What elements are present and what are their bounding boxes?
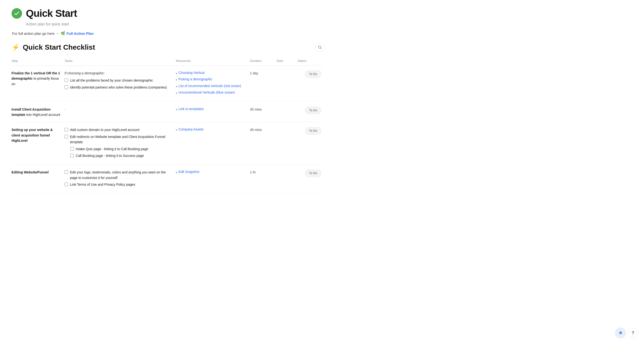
resource-link[interactable]: Choosing Vertical	[178, 71, 204, 75]
page-title: Quick Start	[26, 8, 77, 19]
resource-list: Choosing VerticalPicking a demographicLi…	[176, 71, 247, 96]
table-row: Install Client Acquisition template into…	[12, 102, 324, 122]
resource-item: Link to templates	[176, 107, 247, 112]
status-badge[interactable]: To Do	[305, 107, 321, 114]
page-header: Quick Start	[12, 8, 324, 19]
resources-cell-3: Edit Snapshot	[176, 165, 250, 194]
duration-value: 30 mins	[250, 108, 262, 111]
col-header-resources: Resources	[176, 57, 250, 66]
task-checkbox[interactable]	[64, 128, 68, 131]
col-header-step: Step	[12, 57, 64, 66]
task-item: List all the problems faced by your chos…	[64, 78, 173, 83]
task-item: Edit redirects on Website template and C…	[64, 134, 173, 145]
start-cell-1	[276, 102, 298, 122]
task-item: Call Booking page - linking it to Succes…	[70, 153, 173, 158]
task-checkbox[interactable]	[64, 135, 68, 138]
resource-link[interactable]: Picking a demographic	[178, 77, 212, 82]
task-label: Identify potential partners who solve th…	[70, 85, 167, 90]
checklist-title: Quick Start Checklist	[23, 43, 95, 51]
action-plan-link-row: For full action plan go here → 🌿 Full Ac…	[12, 31, 324, 36]
step-cell-0: Finalize the 1 vertical OR the 1 demogra…	[12, 66, 64, 102]
resources-cell-1: Link to templates	[176, 102, 250, 122]
resource-item: Company Assets	[176, 127, 247, 133]
resource-item: Choosing Vertical	[176, 71, 247, 76]
task-label: Call Booking page - linking it to Succes…	[76, 153, 144, 158]
search-button[interactable]	[316, 43, 324, 52]
task-label: Edit redirects on Website template and C…	[70, 134, 173, 145]
tasks-cell-3: Edit your logo, testimonials, colors and…	[64, 165, 176, 194]
resources-cell-2: Company Assets	[176, 122, 250, 165]
task-intro: If choosing a demographic:	[64, 71, 173, 76]
resource-list: Edit Snapshot	[176, 170, 247, 175]
lightning-icon: ⚡	[12, 44, 20, 51]
page-subtitle: Action plan for quick start	[26, 22, 324, 26]
resource-item: Edit Snapshot	[176, 170, 247, 175]
check-icon	[12, 8, 22, 19]
status-cell-1: To Do	[298, 102, 324, 122]
task-label: Edit your logo, testimonials, colors and…	[70, 170, 173, 180]
task-item: Link Terms of Use and Privacy Policy pag…	[64, 182, 173, 187]
status-badge[interactable]: To Do	[305, 71, 321, 78]
task-item: Intake Quiz page - linking it to Call Bo…	[70, 146, 173, 152]
task-checkbox[interactable]	[64, 183, 68, 186]
col-header-tasks: Tasks	[64, 57, 176, 66]
resource-link[interactable]: Company Assets	[178, 127, 204, 132]
resource-link[interactable]: Edit Snapshot	[178, 170, 199, 174]
step-cell-1: Install Client Acquisition template into…	[12, 102, 64, 122]
svg-line-1	[320, 48, 321, 49]
step-cell-2: Setting up your website & client acquisi…	[12, 122, 64, 165]
action-plan-prefix: For full action plan go here →	[12, 32, 59, 36]
task-checkbox[interactable]	[70, 154, 74, 157]
tasks-dash: -	[64, 108, 66, 111]
duration-cell-3: 1 hr	[250, 165, 277, 194]
task-label: Add custom domain to your HighLevel acco…	[70, 127, 140, 132]
action-plan-emoji: 🌿	[61, 31, 65, 36]
tasks-cell-2: Add custom domain to your HighLevel acco…	[64, 122, 176, 165]
duration-cell-1: 30 mins	[250, 102, 277, 122]
checklist-section-header: ⚡ Quick Start Checklist	[12, 43, 324, 51]
resource-link[interactable]: Unconventional Verticals (blue ocean)	[178, 90, 235, 95]
task-label: Link Terms of Use and Privacy Policy pag…	[70, 182, 135, 187]
task-label: List all the problems faced by your chos…	[70, 78, 153, 83]
task-checkbox[interactable]	[64, 79, 68, 82]
duration-value: 45 mins	[250, 128, 262, 132]
resources-cell-0: Choosing VerticalPicking a demographicLi…	[176, 66, 250, 102]
resource-item: Picking a demographic	[176, 77, 247, 83]
duration-cell-2: 45 mins	[250, 122, 277, 165]
step-title: Setting up your website & client acquisi…	[12, 128, 53, 143]
task-checkbox[interactable]	[70, 147, 74, 151]
table-row: Editing Website/FunnelEdit your logo, te…	[12, 165, 324, 194]
status-cell-0: To Do	[298, 66, 324, 102]
resource-link[interactable]: List of recommended verticals (red ocean…	[178, 84, 241, 89]
status-badge[interactable]: To Do	[305, 170, 321, 177]
resource-list: Link to templates	[176, 107, 247, 112]
start-cell-0	[276, 66, 298, 102]
table-row: Setting up your website & client acquisi…	[12, 122, 324, 165]
status-cell-3: To Do	[298, 165, 324, 194]
task-checkbox[interactable]	[64, 85, 68, 89]
task-label: Intake Quiz page - linking it to Call Bo…	[76, 146, 148, 152]
resource-item: List of recommended verticals (red ocean…	[176, 84, 247, 89]
col-header-status: Status	[298, 57, 324, 66]
table-row: Finalize the 1 vertical OR the 1 demogra…	[12, 66, 324, 102]
tasks-cell-1: -	[64, 102, 176, 122]
resource-link[interactable]: Link to templates	[178, 107, 204, 112]
resource-item: Unconventional Verticals (blue ocean)	[176, 90, 247, 96]
col-header-start: Start	[276, 57, 298, 66]
task-item: Add custom domain to your HighLevel acco…	[64, 127, 173, 132]
status-cell-2: To Do	[298, 122, 324, 165]
full-action-plan-link[interactable]: Full Action Plan	[67, 32, 94, 36]
task-item: Identify potential partners who solve th…	[64, 85, 173, 90]
checklist-table: Step Tasks Resources Duration Start Stat…	[12, 57, 324, 194]
step-title: Editing Website/Funnel	[12, 170, 49, 174]
resource-list: Company Assets	[176, 127, 247, 133]
duration-cell-0: 1 day	[250, 66, 277, 102]
duration-value: 1 day	[250, 71, 258, 75]
tasks-cell-0: If choosing a demographic:List all the p…	[64, 66, 176, 102]
task-item: Edit your logo, testimonials, colors and…	[64, 170, 173, 180]
status-badge[interactable]: To Do	[305, 127, 321, 135]
task-checkbox[interactable]	[64, 170, 68, 174]
start-cell-2	[276, 122, 298, 165]
duration-value: 1 hr	[250, 170, 256, 174]
col-header-duration: Duration	[250, 57, 277, 66]
